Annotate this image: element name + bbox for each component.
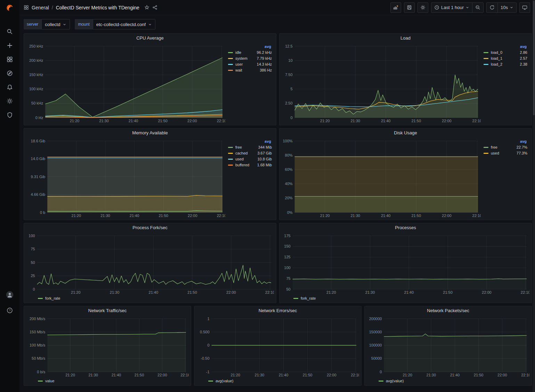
legend-item[interactable]: user14.3 kHz <box>228 62 272 66</box>
svg-text:?: ? <box>9 309 10 312</box>
chart-network-traffic[interactable]: 0 b/s50 Mb/s100 Mb/s150 Mb/s200 Mb/s21:2… <box>26 315 189 378</box>
svg-text:21:40: 21:40 <box>450 373 460 377</box>
cycle-view-mode-button[interactable] <box>519 2 530 13</box>
chart-cpu-average[interactable]: 0 Hz50 kHz100 kHz150 kHz200 kHz250 kHz21… <box>26 43 225 124</box>
legend-value: 386 Hz <box>260 68 272 72</box>
legend-item[interactable]: wait386 Hz <box>228 68 272 72</box>
chart-load[interactable]: 02.5057.501012.521:2021:3021:4021:5022:0… <box>282 43 481 124</box>
panel-title[interactable]: Network Traffic/sec <box>24 306 191 315</box>
grafana-logo-icon <box>5 3 14 12</box>
svg-text:21:40: 21:40 <box>279 373 289 377</box>
legend-value: 96.2 kHz <box>257 50 272 55</box>
svg-text:21:30: 21:30 <box>99 119 109 123</box>
time-controls: Last 1 hour <box>431 2 484 13</box>
svg-text:21:20: 21:20 <box>326 290 336 294</box>
scrollbar-thumb[interactable] <box>533 1 535 115</box>
sidebar-item-dashboards[interactable] <box>7 56 13 62</box>
sidebar-item-profile[interactable] <box>6 291 14 300</box>
legend-label: used <box>235 157 244 161</box>
search-icon <box>7 28 13 35</box>
sidebar-item-configuration[interactable] <box>7 98 13 104</box>
panel-title[interactable]: Disk Usage <box>279 128 532 137</box>
chart-network-packets[interactable]: 05000010000015000020000021:2021:3021:402… <box>367 315 529 378</box>
panel-title[interactable]: Process Fork/sec <box>24 223 276 232</box>
legend-network-errors: avg(value) <box>196 378 359 384</box>
add-panel-button[interactable] <box>390 2 401 13</box>
scrollbar[interactable] <box>533 0 535 392</box>
panel-cpu-average: CPU Average 0 Hz50 kHz100 kHz150 kHz200 … <box>24 33 276 125</box>
chart-disk-usage[interactable]: 0%20%40%60%80%100%21:2021:3021:4021:5022… <box>282 137 481 219</box>
variable-mount-value[interactable]: etc-collectd-collectd.conf <box>93 19 155 30</box>
legend-item[interactable]: free22.7% <box>484 145 527 149</box>
svg-text:50000: 50000 <box>371 356 382 360</box>
svg-text:22:10: 22:10 <box>472 214 481 218</box>
sidebar-item-explore[interactable] <box>7 70 13 76</box>
legend-item[interactable]: load_02.86 <box>484 50 527 55</box>
legend-swatch <box>228 159 233 160</box>
svg-text:22:10: 22:10 <box>217 214 225 218</box>
zoom-out-icon <box>475 5 480 10</box>
chart-process-fork[interactable]: 025507510021:2021:3021:4021:5022:0022:10 <box>26 232 274 295</box>
chart-processes[interactable]: 507510012515017521:2021:3021:4021:5022:0… <box>282 232 529 295</box>
legend-label: wait <box>235 68 242 72</box>
topbar-actions: Last 1 hour 10s <box>390 2 530 13</box>
legend-item[interactable]: fork_rate <box>293 296 316 300</box>
legend-item[interactable]: fork_rate <box>38 296 60 300</box>
legend-item[interactable]: buffered1.68 Mib <box>228 163 272 167</box>
svg-text:7.50: 7.50 <box>285 73 292 77</box>
refresh-button[interactable] <box>487 3 497 12</box>
legend-item[interactable]: free344 Mib <box>228 145 272 149</box>
panel-title[interactable]: Network Packets/sec <box>365 306 532 315</box>
sidebar-item-server-admin[interactable] <box>7 112 13 118</box>
chart-memory-available[interactable]: 0 b4.66 Gib9.31 Gib14.0 Gib18.6 Gib21:20… <box>26 137 225 219</box>
panel-title[interactable]: Processes <box>279 223 532 232</box>
svg-text:0.500: 0.500 <box>200 330 210 334</box>
legend-item[interactable]: idle96.2 kHz <box>228 50 272 55</box>
svg-text:200 kHz: 200 kHz <box>29 58 43 62</box>
time-range-picker[interactable]: Last 1 hour <box>431 3 472 12</box>
legend-item[interactable]: load_12.57 <box>484 56 527 60</box>
share-icon[interactable] <box>152 5 157 10</box>
breadcrumb-separator: / <box>52 5 53 10</box>
variable-mount[interactable]: mount etc-collectd-collectd.conf <box>75 19 155 30</box>
legend-item[interactable]: avg(value) <box>208 379 233 383</box>
legend-item[interactable]: used10.8 Gib <box>228 157 272 161</box>
legend-item[interactable]: cached3.67 Gib <box>228 151 272 155</box>
svg-text:250 kHz: 250 kHz <box>29 44 43 48</box>
star-icon[interactable] <box>144 5 149 10</box>
legend-item[interactable]: value <box>38 379 54 383</box>
legend-item[interactable]: used77.3% <box>484 151 527 155</box>
chart-network-errors[interactable]: -1-0.5000.500121:2021:3021:4021:5022:002… <box>196 315 359 378</box>
legend-swatch <box>484 58 488 59</box>
panel-title[interactable]: Load <box>279 34 532 42</box>
svg-text:80%: 80% <box>285 153 293 157</box>
legend-item[interactable]: system7.79 kHz <box>228 56 272 60</box>
variable-server-value[interactable]: collectd <box>41 19 70 30</box>
breadcrumb-section[interactable]: General <box>32 5 49 10</box>
refresh-interval-picker[interactable]: 10s <box>497 3 516 12</box>
panel-title[interactable]: Network Errors/sec <box>194 306 361 315</box>
grafana-logo[interactable] <box>0 0 19 15</box>
svg-text:21:50: 21:50 <box>158 119 168 123</box>
legend-item[interactable]: load_22.38 <box>484 62 527 66</box>
sidebar-item-create[interactable] <box>7 42 13 49</box>
svg-text:22:10: 22:10 <box>521 373 529 377</box>
variable-server[interactable]: server collectd <box>24 19 70 30</box>
svg-text:0 b: 0 b <box>40 210 45 215</box>
save-dashboard-button[interactable] <box>404 2 415 13</box>
legend-swatch <box>484 147 488 148</box>
panel-title[interactable]: Memory Available <box>24 128 276 137</box>
zoom-out-button[interactable] <box>472 3 483 12</box>
legend-swatch <box>484 153 488 154</box>
add-panel-icon <box>393 5 398 10</box>
panel-title[interactable]: CPU Average <box>24 34 276 42</box>
svg-text:22:10: 22:10 <box>217 119 225 123</box>
sidebar-item-alerting[interactable] <box>7 84 13 90</box>
dashboard-settings-button[interactable] <box>418 2 428 13</box>
svg-text:0: 0 <box>207 343 209 347</box>
legend-value: 22.7% <box>517 145 527 149</box>
sidebar-item-search[interactable] <box>7 28 13 35</box>
legend-value: 2.57 <box>520 56 527 60</box>
legend-item[interactable]: avg(value) <box>379 379 404 383</box>
sidebar-item-help[interactable]: ? <box>7 307 13 314</box>
